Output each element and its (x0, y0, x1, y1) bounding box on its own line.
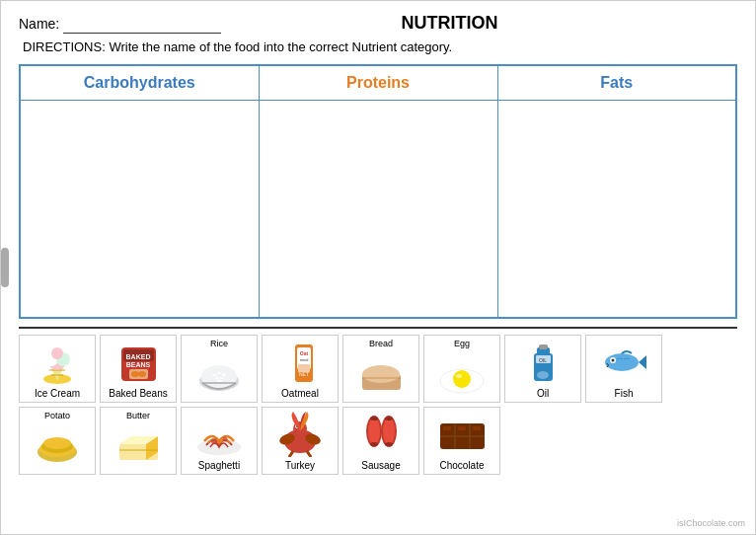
header-proteins: Proteins (259, 65, 497, 101)
food-item-potato: Potato (19, 407, 96, 475)
food-item-chocolate: Chocolate (423, 407, 500, 475)
svg-text:BEANS: BEANS (125, 361, 150, 368)
scroll-indicator[interactable] (1, 248, 9, 287)
svg-point-68 (368, 418, 380, 445)
svg-point-15 (138, 371, 146, 377)
egg-top-label: Egg (454, 339, 470, 348)
svg-point-22 (220, 377, 224, 379)
svg-point-36 (456, 374, 462, 378)
food-item-butter: Butter (100, 407, 177, 475)
fish-image (595, 339, 652, 386)
food-item-sausage: Sausage (342, 407, 419, 475)
food-item-oatmeal: Oat meal NET Oatmeal (262, 335, 339, 403)
svg-text:NET: NET (299, 371, 309, 377)
chocolate-image (433, 411, 491, 458)
svg-point-14 (131, 371, 139, 377)
turkey-image (271, 411, 329, 458)
food-item-egg: Egg (423, 335, 500, 403)
svg-point-73 (385, 417, 393, 420)
svg-point-70 (383, 418, 395, 445)
svg-line-60 (307, 451, 311, 457)
svg-point-50 (43, 437, 71, 449)
svg-point-74 (385, 442, 393, 446)
header-row: Name: NUTRITION (19, 13, 737, 34)
baked-beans-image: BAKED BEANS (110, 339, 167, 386)
nutrition-table: Carbohydrates Proteins Fats (19, 64, 737, 319)
carbs-cell (20, 101, 259, 318)
svg-text:BAKED: BAKED (125, 353, 150, 360)
page: Name: NUTRITION DIRECTIONS: Write the na… (0, 0, 756, 535)
food-item-spaghetti: Spaghetti (181, 407, 258, 475)
svg-point-23 (217, 380, 221, 382)
egg-image (433, 349, 491, 397)
oatmeal-label: Oatmeal (281, 388, 319, 399)
svg-point-72 (370, 442, 378, 446)
name-line (63, 15, 221, 34)
oil-image: OIL (514, 339, 571, 386)
svg-point-35 (453, 370, 471, 388)
name-label: Name: (19, 16, 59, 32)
potato-image (29, 421, 86, 469)
svg-point-8 (51, 347, 63, 359)
baked-beans-label: Baked Beans (109, 388, 168, 399)
svg-rect-81 (473, 426, 481, 430)
oatmeal-image: Oat meal NET (271, 339, 329, 386)
ice-cream-image (29, 339, 86, 386)
svg-point-71 (370, 417, 378, 420)
food-grid: Ice Cream BAKED BEANS Baked (19, 335, 737, 475)
svg-rect-33 (362, 377, 401, 379)
svg-point-18 (212, 374, 216, 376)
svg-marker-44 (639, 355, 646, 369)
spaghetti-label: Spaghetti (198, 460, 240, 471)
directions-text: DIRECTIONS: Write the name of the food i… (19, 39, 737, 54)
fats-cell (497, 101, 736, 318)
rice-top-label: Rice (210, 339, 228, 348)
sausage-label: Sausage (361, 460, 400, 471)
food-item-bread: Bread (342, 335, 419, 403)
food-item-fish: Fish (585, 335, 662, 403)
proteins-cell (259, 101, 497, 318)
bread-image (352, 349, 410, 397)
svg-point-21 (215, 377, 219, 379)
food-item-ice-cream: Ice Cream (19, 335, 96, 403)
svg-rect-80 (458, 426, 466, 430)
svg-point-57 (222, 436, 227, 441)
chocolate-label: Chocolate (439, 460, 484, 471)
ice-cream-label: Ice Cream (35, 388, 80, 399)
oil-label: Oil (537, 388, 549, 399)
potato-top-label: Potato (44, 411, 70, 420)
svg-point-19 (217, 372, 221, 374)
page-title: NUTRITION (221, 13, 678, 34)
spaghetti-image (190, 411, 248, 458)
food-section: Ice Cream BAKED BEANS Baked (19, 327, 737, 475)
svg-line-59 (289, 451, 293, 457)
svg-point-32 (362, 365, 400, 383)
svg-rect-79 (443, 426, 451, 430)
svg-point-20 (222, 374, 226, 376)
svg-rect-39 (539, 344, 548, 349)
svg-text:OIL: OIL (538, 357, 546, 363)
watermark: isIChocolate.com (677, 518, 745, 528)
sausage-image (352, 411, 410, 458)
turkey-label: Turkey (285, 460, 315, 471)
food-item-oil: OIL Oil (504, 335, 581, 403)
svg-text:Oat: Oat (299, 350, 308, 356)
food-item-rice: Rice (181, 335, 258, 403)
butter-top-label: Butter (126, 411, 150, 420)
food-item-baked-beans: BAKED BEANS Baked Beans (100, 335, 177, 403)
svg-point-43 (605, 353, 639, 371)
svg-point-56 (211, 438, 217, 444)
header-carbohydrates: Carbohydrates (20, 65, 259, 101)
food-item-turkey: Turkey (262, 407, 339, 475)
fish-label: Fish (615, 388, 634, 399)
svg-point-42 (537, 371, 549, 379)
svg-point-46 (611, 358, 614, 361)
rice-image (190, 349, 248, 397)
header-fats: Fats (497, 65, 736, 101)
bread-top-label: Bread (369, 339, 393, 348)
butter-image (110, 421, 167, 469)
svg-text:meal: meal (299, 357, 308, 362)
